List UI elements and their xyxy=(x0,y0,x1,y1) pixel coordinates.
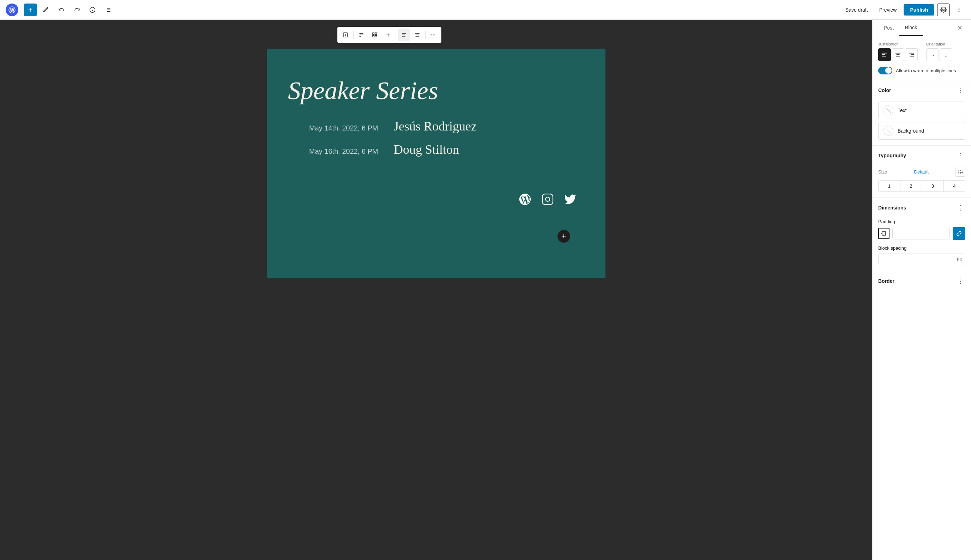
svg-point-12 xyxy=(959,7,960,8)
background-color-swatch xyxy=(884,126,893,136)
instagram-icon[interactable] xyxy=(541,192,555,206)
justify-right-button[interactable] xyxy=(905,48,918,61)
typography-content: Size Default 1 2 xyxy=(873,165,971,197)
canvas-content: Speaker Series May 14th, 2022, 6 PM Jesú… xyxy=(267,49,606,178)
add-block-button[interactable]: + xyxy=(24,3,37,16)
size-3-button[interactable]: 3 xyxy=(922,180,944,192)
size-default-label: Default xyxy=(914,169,929,175)
toolbar-divider-2 xyxy=(396,31,396,39)
sidebar-body: Justification xyxy=(873,36,971,560)
event-list: May 14th, 2022, 6 PM Jesús Rodriguez May… xyxy=(288,119,584,157)
svg-rect-50 xyxy=(882,232,886,235)
orientation-btn-group: → ↓ xyxy=(926,48,952,61)
size-4-button[interactable]: 4 xyxy=(944,180,965,192)
svg-rect-19 xyxy=(375,35,377,37)
svg-point-13 xyxy=(959,9,960,10)
toggle-knob xyxy=(885,67,892,74)
border-section: Border ⋮ xyxy=(873,271,971,291)
justify-left-button[interactable] xyxy=(878,48,891,61)
orient-horizontal-button[interactable]: → xyxy=(926,48,939,61)
event-name-1: Jesús Rodriguez xyxy=(394,119,477,133)
background-color-row[interactable]: Background xyxy=(878,122,965,140)
svg-point-11 xyxy=(943,9,944,11)
list-view-button[interactable] xyxy=(102,3,114,16)
wordpress-icon[interactable] xyxy=(518,192,532,206)
orientation-group: Orientation → ↓ xyxy=(926,42,952,61)
add-block-floating-button[interactable]: + xyxy=(557,230,570,243)
text-color-row[interactable]: Text xyxy=(878,102,965,119)
main-area: Speaker Series May 14th, 2022, 6 PM Jesú… xyxy=(0,20,971,560)
settings-button[interactable] xyxy=(937,3,950,16)
size-2-button[interactable]: 2 xyxy=(901,180,922,192)
tab-block[interactable]: Block xyxy=(899,20,923,36)
justification-group: Justification xyxy=(878,42,918,61)
size-label: Size xyxy=(878,169,887,175)
more-block-options-button[interactable] xyxy=(427,28,440,41)
block-type-button[interactable] xyxy=(339,28,352,41)
justify-btn-group xyxy=(878,48,918,61)
canvas-area: Speaker Series May 14th, 2022, 6 PM Jesú… xyxy=(0,20,872,560)
color-section-more-button[interactable]: ⋮ xyxy=(956,85,965,95)
toolbar-divider-1 xyxy=(353,31,354,39)
align-left-button[interactable] xyxy=(398,28,410,41)
orient-vertical-button[interactable]: ↓ xyxy=(939,48,952,61)
bg-color-slash-icon xyxy=(886,128,891,133)
block-spacing-input-wrap: PX xyxy=(878,253,965,265)
svg-rect-15 xyxy=(343,33,347,37)
size-1-button[interactable]: 1 xyxy=(879,180,901,192)
justify-orientation-row: Justification xyxy=(873,36,971,64)
svg-rect-40 xyxy=(910,56,914,57)
redo-button[interactable] xyxy=(70,3,83,16)
block-spacing-label: Block spacing xyxy=(878,245,965,251)
preview-button[interactable]: Preview xyxy=(875,5,901,15)
dimensions-section-more-button[interactable]: ⋮ xyxy=(956,203,965,213)
svg-rect-18 xyxy=(373,35,374,37)
size-customize-button[interactable] xyxy=(956,167,965,177)
event-row-2: May 16th, 2022, 6 PM Doug Stilton xyxy=(309,142,584,157)
arrange-button[interactable] xyxy=(382,28,394,41)
save-draft-button[interactable]: Save draft xyxy=(841,5,872,15)
justify-center-button[interactable] xyxy=(892,48,904,61)
typography-section-title: Typography xyxy=(878,153,906,158)
layout-button[interactable] xyxy=(369,28,381,41)
justification-label: Justification xyxy=(878,42,918,46)
typography-section-more-button[interactable]: ⋮ xyxy=(956,151,965,160)
more-options-button[interactable] xyxy=(953,3,965,16)
twitter-icon[interactable] xyxy=(563,192,577,206)
wrap-toggle-switch[interactable] xyxy=(878,67,892,74)
svg-point-28 xyxy=(434,35,435,36)
topbar-right: Save draft Preview Publish xyxy=(841,3,965,16)
heading-button[interactable] xyxy=(355,28,368,41)
block-spacing-input[interactable] xyxy=(879,254,954,265)
svg-rect-33 xyxy=(882,54,885,55)
tools-button[interactable] xyxy=(40,3,52,16)
dimensions-section-header[interactable]: Dimensions ⋮ xyxy=(873,198,971,218)
border-section-more-button[interactable]: ⋮ xyxy=(956,276,965,286)
info-button[interactable] xyxy=(86,3,99,16)
svg-point-27 xyxy=(433,35,434,36)
svg-point-14 xyxy=(959,11,960,12)
dimensions-content: Padding PX xyxy=(873,218,971,271)
padding-input[interactable] xyxy=(893,228,950,239)
speaker-series-title: Speaker Series xyxy=(288,77,584,105)
publish-button[interactable]: Publish xyxy=(904,4,934,15)
typography-section: Typography ⋮ Size Default xyxy=(873,145,971,197)
svg-point-26 xyxy=(431,35,432,36)
tab-post[interactable]: Post xyxy=(878,20,899,36)
color-section-header[interactable]: Color ⋮ xyxy=(873,80,971,100)
event-date-1: May 14th, 2022, 6 PM xyxy=(309,124,380,132)
sidebar-close-button[interactable]: ✕ xyxy=(954,22,965,33)
wrap-toggle-row: Allow to wrap to multiple lines xyxy=(873,64,971,80)
typography-section-header[interactable]: Typography ⋮ xyxy=(873,146,971,165)
wp-logo: W xyxy=(6,3,18,16)
padding-link-button[interactable] xyxy=(953,227,965,240)
border-section-header[interactable]: Border ⋮ xyxy=(873,271,971,291)
text-color-swatch xyxy=(884,105,893,115)
sidebar: Post Block ✕ Justification xyxy=(872,20,971,560)
padding-input-wrap: PX xyxy=(892,228,950,240)
align-center-button[interactable] xyxy=(411,28,424,41)
svg-rect-16 xyxy=(373,33,374,35)
background-color-label: Background xyxy=(898,128,924,133)
undo-button[interactable] xyxy=(55,3,68,16)
text-color-label: Text xyxy=(898,108,907,113)
